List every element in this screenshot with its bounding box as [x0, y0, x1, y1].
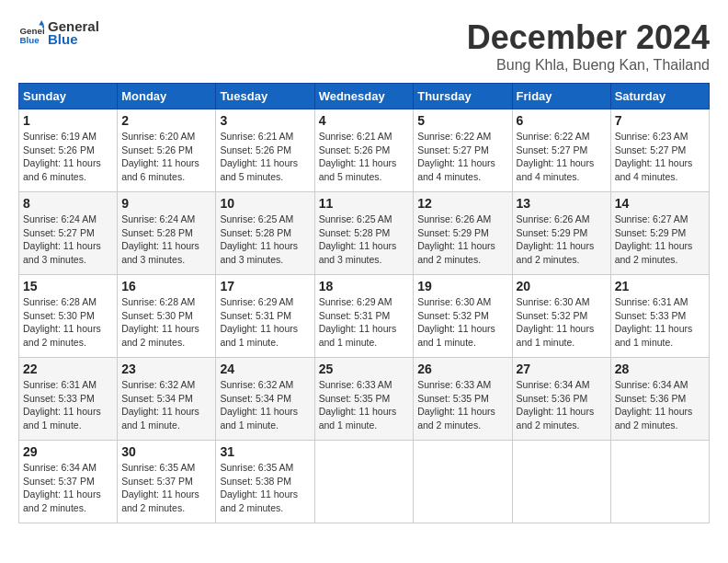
day-number: 24: [220, 362, 310, 376]
column-header-friday: Friday: [512, 84, 610, 109]
day-number: 5: [417, 113, 507, 128]
day-info: Sunrise: 6:22 AMSunset: 5:27 PMDaylight:…: [517, 130, 607, 184]
day-info: Sunrise: 6:30 AMSunset: 5:32 PMDaylight:…: [417, 295, 507, 350]
day-number: 30: [121, 444, 211, 459]
calendar-day-cell: 22Sunrise: 6:31 AMSunset: 5:33 PMDayligh…: [19, 358, 118, 441]
calendar-day-cell: 1Sunrise: 6:19 AMSunset: 5:26 PMDaylight…: [19, 109, 118, 192]
day-number: 12: [417, 196, 507, 211]
day-info: Sunrise: 6:22 AMSunset: 5:27 PMDaylight:…: [417, 130, 507, 184]
calendar-day-cell: 10Sunrise: 6:25 AMSunset: 5:28 PMDayligh…: [216, 192, 314, 275]
calendar-week-row: 29Sunrise: 6:34 AMSunset: 5:37 PMDayligh…: [19, 441, 710, 523]
day-number: 26: [417, 362, 507, 376]
day-number: 2: [121, 113, 211, 128]
day-number: 22: [23, 362, 113, 376]
day-number: 9: [121, 196, 211, 211]
column-header-saturday: Saturday: [610, 84, 709, 109]
day-info: Sunrise: 6:34 AMSunset: 5:36 PMDaylight:…: [615, 378, 705, 432]
day-number: 3: [220, 113, 310, 128]
day-number: 19: [417, 279, 507, 293]
day-info: Sunrise: 6:26 AMSunset: 5:29 PMDaylight:…: [517, 213, 607, 267]
day-info: Sunrise: 6:19 AMSunset: 5:26 PMDaylight:…: [23, 130, 113, 184]
logo: General Blue General Blue: [18, 18, 99, 47]
day-number: 17: [220, 279, 310, 293]
calendar-day-cell: 15Sunrise: 6:28 AMSunset: 5:30 PMDayligh…: [19, 275, 118, 358]
empty-cell: [314, 441, 414, 523]
calendar-day-cell: 2Sunrise: 6:20 AMSunset: 5:26 PMDaylight…: [118, 109, 216, 192]
empty-cell: [512, 441, 610, 523]
day-number: 4: [319, 113, 410, 128]
day-info: Sunrise: 6:25 AMSunset: 5:28 PMDaylight:…: [220, 213, 310, 267]
calendar-day-cell: 19Sunrise: 6:30 AMSunset: 5:32 PMDayligh…: [414, 275, 512, 358]
calendar-day-cell: 17Sunrise: 6:29 AMSunset: 5:31 PMDayligh…: [216, 275, 314, 358]
calendar-day-cell: 29Sunrise: 6:34 AMSunset: 5:37 PMDayligh…: [19, 441, 118, 523]
day-info: Sunrise: 6:35 AMSunset: 5:38 PMDaylight:…: [220, 461, 310, 515]
day-info: Sunrise: 6:33 AMSunset: 5:35 PMDaylight:…: [417, 378, 507, 432]
day-info: Sunrise: 6:29 AMSunset: 5:31 PMDaylight:…: [220, 295, 310, 350]
calendar-day-cell: 20Sunrise: 6:30 AMSunset: 5:32 PMDayligh…: [512, 275, 610, 358]
day-info: Sunrise: 6:33 AMSunset: 5:35 PMDaylight:…: [319, 378, 410, 432]
day-number: 8: [23, 196, 113, 211]
day-number: 20: [517, 279, 607, 293]
calendar-week-row: 15Sunrise: 6:28 AMSunset: 5:30 PMDayligh…: [19, 275, 710, 358]
calendar-day-cell: 28Sunrise: 6:34 AMSunset: 5:36 PMDayligh…: [610, 358, 709, 441]
column-header-tuesday: Tuesday: [216, 84, 314, 109]
day-number: 10: [220, 196, 310, 211]
day-info: Sunrise: 6:28 AMSunset: 5:30 PMDaylight:…: [23, 295, 113, 350]
day-info: Sunrise: 6:21 AMSunset: 5:26 PMDaylight:…: [319, 130, 410, 184]
day-number: 7: [615, 113, 705, 128]
calendar-day-cell: 12Sunrise: 6:26 AMSunset: 5:29 PMDayligh…: [414, 192, 512, 275]
day-number: 14: [615, 196, 705, 211]
day-info: Sunrise: 6:34 AMSunset: 5:37 PMDaylight:…: [23, 461, 113, 515]
calendar-day-cell: 27Sunrise: 6:34 AMSunset: 5:36 PMDayligh…: [512, 358, 610, 441]
calendar-day-cell: 23Sunrise: 6:32 AMSunset: 5:34 PMDayligh…: [118, 358, 216, 441]
day-info: Sunrise: 6:29 AMSunset: 5:31 PMDaylight:…: [319, 295, 410, 350]
day-number: 11: [319, 196, 410, 211]
day-number: 29: [23, 444, 113, 459]
day-number: 23: [121, 362, 211, 376]
day-info: Sunrise: 6:34 AMSunset: 5:36 PMDaylight:…: [517, 378, 607, 432]
calendar-day-cell: 25Sunrise: 6:33 AMSunset: 5:35 PMDayligh…: [314, 358, 414, 441]
day-info: Sunrise: 6:31 AMSunset: 5:33 PMDaylight:…: [23, 378, 113, 432]
day-info: Sunrise: 6:21 AMSunset: 5:26 PMDaylight:…: [220, 130, 310, 184]
calendar-week-row: 22Sunrise: 6:31 AMSunset: 5:33 PMDayligh…: [19, 358, 710, 441]
day-number: 16: [121, 279, 211, 293]
calendar-day-cell: 31Sunrise: 6:35 AMSunset: 5:38 PMDayligh…: [216, 441, 314, 523]
day-number: 21: [615, 279, 705, 293]
calendar-table: SundayMondayTuesdayWednesdayThursdayFrid…: [18, 83, 710, 523]
calendar-day-cell: 3Sunrise: 6:21 AMSunset: 5:26 PMDaylight…: [216, 109, 314, 192]
column-header-monday: Monday: [118, 84, 216, 109]
svg-text:Blue: Blue: [19, 35, 40, 45]
title-section: December 2024 Bung Khla, Bueng Kan, Thai…: [467, 18, 710, 74]
calendar-week-row: 1Sunrise: 6:19 AMSunset: 5:26 PMDaylight…: [19, 109, 710, 192]
day-info: Sunrise: 6:32 AMSunset: 5:34 PMDaylight:…: [121, 378, 211, 432]
calendar-day-cell: 8Sunrise: 6:24 AMSunset: 5:27 PMDaylight…: [19, 192, 118, 275]
calendar-day-cell: 24Sunrise: 6:32 AMSunset: 5:34 PMDayligh…: [216, 358, 314, 441]
calendar-day-cell: 26Sunrise: 6:33 AMSunset: 5:35 PMDayligh…: [414, 358, 512, 441]
day-number: 31: [220, 444, 310, 459]
calendar-day-cell: 9Sunrise: 6:24 AMSunset: 5:28 PMDaylight…: [118, 192, 216, 275]
day-info: Sunrise: 6:31 AMSunset: 5:33 PMDaylight:…: [615, 295, 705, 350]
day-number: 15: [23, 279, 113, 293]
day-info: Sunrise: 6:20 AMSunset: 5:26 PMDaylight:…: [121, 130, 211, 184]
day-info: Sunrise: 6:30 AMSunset: 5:32 PMDaylight:…: [517, 295, 607, 350]
day-info: Sunrise: 6:28 AMSunset: 5:30 PMDaylight:…: [121, 295, 211, 350]
day-info: Sunrise: 6:32 AMSunset: 5:34 PMDaylight:…: [220, 378, 310, 432]
empty-cell: [610, 441, 709, 523]
calendar-day-cell: 13Sunrise: 6:26 AMSunset: 5:29 PMDayligh…: [512, 192, 610, 275]
calendar-day-cell: 4Sunrise: 6:21 AMSunset: 5:26 PMDaylight…: [314, 109, 414, 192]
day-info: Sunrise: 6:27 AMSunset: 5:29 PMDaylight:…: [615, 213, 705, 267]
column-header-thursday: Thursday: [414, 84, 512, 109]
calendar-day-cell: 18Sunrise: 6:29 AMSunset: 5:31 PMDayligh…: [314, 275, 414, 358]
calendar-day-cell: 30Sunrise: 6:35 AMSunset: 5:37 PMDayligh…: [118, 441, 216, 523]
day-number: 18: [319, 279, 410, 293]
calendar-day-cell: 5Sunrise: 6:22 AMSunset: 5:27 PMDaylight…: [414, 109, 512, 192]
calendar-day-cell: 7Sunrise: 6:23 AMSunset: 5:27 PMDaylight…: [610, 109, 709, 192]
day-info: Sunrise: 6:24 AMSunset: 5:27 PMDaylight:…: [23, 213, 113, 267]
day-number: 28: [615, 362, 705, 376]
calendar-day-cell: 21Sunrise: 6:31 AMSunset: 5:33 PMDayligh…: [610, 275, 709, 358]
day-number: 6: [517, 113, 607, 128]
logo-icon: General Blue: [18, 20, 44, 46]
day-info: Sunrise: 6:23 AMSunset: 5:27 PMDaylight:…: [615, 130, 705, 184]
calendar-week-row: 8Sunrise: 6:24 AMSunset: 5:27 PMDaylight…: [19, 192, 710, 275]
column-header-sunday: Sunday: [19, 84, 118, 109]
